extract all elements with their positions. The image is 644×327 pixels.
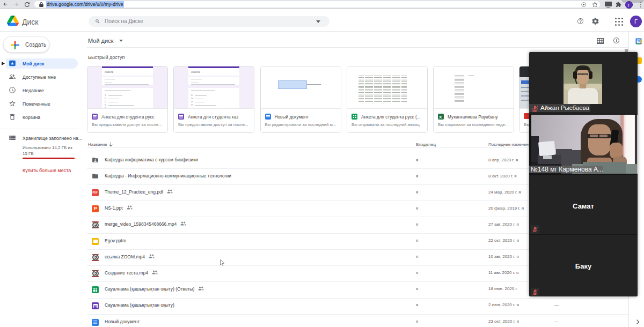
svg-text:31: 31: [637, 40, 640, 43]
